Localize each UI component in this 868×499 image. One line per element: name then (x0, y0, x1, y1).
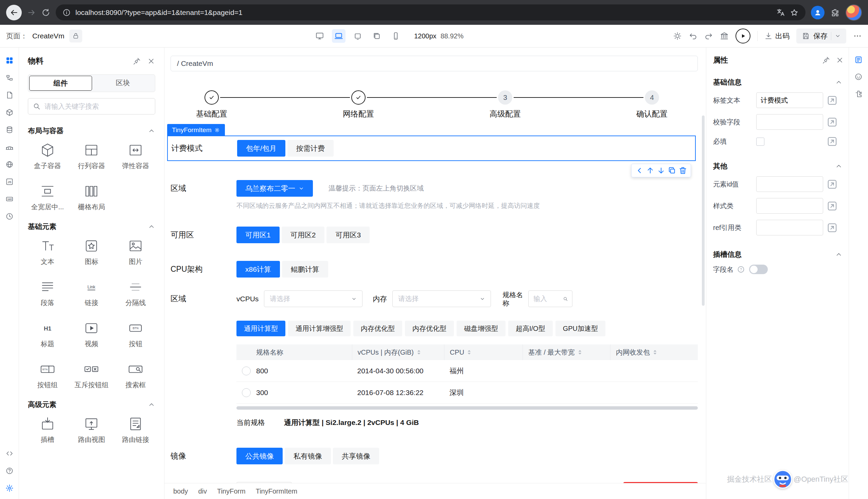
step-2[interactable]: 网络配置 (336, 90, 380, 119)
settings-gear-icon[interactable] (5, 484, 14, 492)
move-down-icon[interactable] (657, 166, 665, 175)
columns-icon[interactable] (720, 32, 729, 40)
device-pages-button[interactable] (370, 29, 383, 43)
page-icon[interactable] (5, 91, 14, 99)
kunpeng-button[interactable]: 鲲鹏计算 (282, 261, 328, 278)
schema-panel-icon[interactable] (854, 56, 863, 64)
label-text-input[interactable] (756, 93, 823, 108)
canvas-vertical-scrollbar[interactable] (702, 115, 705, 306)
material-item[interactable]: 栅格布局 (71, 183, 113, 211)
materials-logo-icon[interactable] (5, 57, 14, 64)
spec-tab[interactable]: 通用计算型 (236, 321, 285, 336)
assistant-icon[interactable] (854, 73, 863, 81)
shared-image-button[interactable]: 共享镜像 (333, 448, 379, 464)
materials-search[interactable] (28, 98, 155, 114)
bookmark-star-icon[interactable] (790, 8, 799, 17)
material-item[interactable]: 全宽居中... (26, 183, 69, 211)
spec-tab[interactable]: 通用计算增强型 (288, 321, 351, 336)
spec-tab[interactable]: GPU加速型 (555, 321, 606, 336)
more-menu-icon[interactable] (853, 32, 862, 40)
public-image-button[interactable]: 公共镜像 (236, 448, 283, 464)
refresh-button[interactable] (41, 8, 50, 17)
device-desktop-button[interactable] (313, 29, 327, 43)
move-up-icon[interactable] (646, 166, 655, 175)
vcpus-select[interactable]: 请选择 (264, 290, 363, 307)
extension-avatar[interactable] (811, 6, 824, 19)
bind-variable-icon[interactable] (827, 179, 838, 190)
section-basic-info[interactable]: 基础信息 (706, 69, 848, 93)
element-id-input[interactable] (756, 176, 823, 192)
section-slot-info[interactable]: 插槽信息 (706, 242, 848, 265)
history-clock-icon[interactable] (5, 212, 14, 220)
private-image-button[interactable]: 私有镜像 (285, 448, 331, 464)
back-button[interactable] (6, 5, 22, 20)
material-item[interactable]: 盒子容器 (26, 142, 69, 171)
material-item[interactable]: H1标题 (26, 320, 69, 349)
bind-variable-icon[interactable] (827, 136, 838, 147)
help-icon[interactable] (5, 467, 14, 475)
page-name[interactable]: CreateVm (32, 32, 64, 40)
profile-avatar[interactable] (846, 4, 862, 21)
spec-tab[interactable]: 内存优化型 (353, 321, 402, 336)
node-path-item[interactable]: div (198, 487, 207, 495)
sort-icon[interactable] (577, 349, 582, 355)
spec-tab[interactable]: 超高I/O型 (508, 321, 553, 336)
material-item[interactable]: 段落 (26, 279, 69, 307)
spec-name-search[interactable] (528, 290, 572, 307)
az1-button[interactable]: 可用区1 (236, 227, 280, 243)
device-tablet-button[interactable] (351, 29, 365, 43)
save-button[interactable]: 保存 (796, 28, 846, 44)
copy-icon[interactable] (668, 166, 676, 175)
material-item[interactable]: 视频 (71, 320, 113, 349)
js-icon[interactable]: JS (5, 178, 14, 186)
export-code-button[interactable]: 出码 (765, 31, 790, 41)
table-horizontal-scrollbar[interactable] (236, 406, 698, 410)
material-item[interactable]: 插槽 (26, 416, 69, 444)
datasource-icon[interactable] (5, 126, 14, 134)
x86-button[interactable]: x86计算 (236, 261, 280, 278)
canvas-breadcrumb[interactable]: / CreateVm (171, 56, 698, 71)
state-variable-icon[interactable]: VAR (5, 195, 14, 203)
material-item[interactable]: 路由视图 (71, 416, 113, 444)
section-other[interactable]: 其他 (706, 153, 848, 176)
validate-field-input[interactable] (756, 114, 823, 130)
material-item[interactable]: 路由链接 (114, 416, 157, 444)
group-layout-header[interactable]: 布局与容器 (19, 116, 164, 141)
material-item[interactable]: 图片 (114, 238, 157, 266)
sort-icon[interactable] (467, 349, 472, 355)
site-info-icon[interactable] (62, 9, 71, 17)
group-basic-header[interactable]: 基础元素 (19, 211, 164, 237)
group-advanced-header[interactable]: 高级元素 (19, 390, 164, 415)
selected-component-outline[interactable]: TinyFormItem 计费模式 包年/包月 按需计费 (167, 135, 696, 161)
az3-button[interactable]: 可用区3 (327, 227, 370, 243)
memory-select[interactable]: 请选择 (392, 290, 491, 307)
sort-icon[interactable] (652, 349, 657, 355)
spec-radio[interactable] (242, 366, 251, 375)
slot-toggle[interactable] (749, 265, 768, 274)
required-checkbox[interactable] (756, 137, 765, 146)
close-icon[interactable] (836, 56, 844, 64)
gear-icon[interactable] (214, 127, 220, 133)
material-item[interactable]: 行列容器 (71, 142, 113, 171)
delete-icon[interactable] (678, 166, 687, 175)
material-item[interactable]: 互斥按钮组 (71, 362, 113, 390)
tab-components[interactable]: 组件 (29, 76, 92, 91)
materials-search-input[interactable] (44, 102, 150, 111)
spec-tab[interactable]: 内存优化型 (405, 321, 454, 336)
spec-table-row[interactable]: 300 2016-07-08 12:36:22 深圳 (236, 382, 698, 403)
forward-button[interactable] (27, 8, 36, 17)
block-icon[interactable] (5, 108, 14, 117)
material-item[interactable]: Link链接 (71, 279, 113, 307)
material-item[interactable]: 分隔线 (114, 279, 157, 307)
url-bar[interactable]: localhost:8090/?type=app&id=1&tenant=1&p… (56, 4, 806, 20)
spec-radio[interactable] (242, 388, 251, 397)
region-select-button[interactable]: 乌兰察布二零一 (236, 180, 313, 197)
undo-icon[interactable] (689, 32, 697, 40)
material-item[interactable]: 弹性容器 (114, 142, 157, 171)
extensions-puzzle-icon[interactable] (831, 8, 840, 17)
material-item[interactable]: 搜索框 (114, 362, 157, 390)
redo-icon[interactable] (704, 32, 713, 40)
billing-ondemand-button[interactable]: 按需计费 (288, 140, 334, 157)
preview-play-button[interactable] (735, 28, 750, 44)
i18n-globe-icon[interactable] (5, 160, 14, 169)
